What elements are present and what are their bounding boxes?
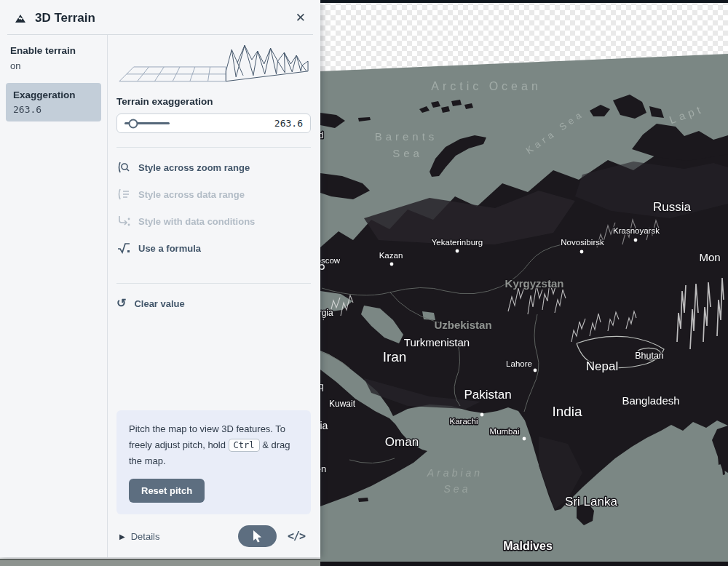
map-label-bhutan: Bhutan [635, 351, 664, 361]
exaggeration-slider[interactable]: 263.6 [116, 113, 311, 133]
clear-value-button[interactable]: ↺ Clear value [116, 298, 311, 309]
select-mode-button[interactable] [238, 525, 277, 547]
map-label-arabian-2: Sea [444, 483, 471, 495]
terrain-illustration [116, 42, 311, 86]
map-label-georgia: eorgia [320, 308, 333, 318]
undo-icon: ↺ [116, 298, 126, 309]
ctrl-key-badge: Ctrl [229, 439, 260, 452]
map-label-iran: Iran [383, 349, 407, 364]
terrain-panel: 3D Terrain ✕ Enable terrain on Exaggerat… [0, 0, 320, 557]
map-label-karachi: Karachi [450, 417, 478, 426]
prop-enable-terrain[interactable]: Enable terrain on [10, 45, 107, 71]
map-label-mumbai: Mumbai [490, 427, 520, 436]
slider-thumb[interactable] [129, 119, 138, 128]
map-label-yekaterinburg: Yekaterinburg [432, 238, 483, 247]
map-label-novosibirsk: Novosibirsk [561, 238, 604, 247]
divider [116, 283, 311, 284]
map-label-turkmenistan: Turkmenistan [404, 336, 470, 348]
map-label-arabian-1: Arabian [427, 467, 483, 479]
map-label-saudi: bia [320, 420, 328, 431]
map-label-yemen: en [320, 463, 326, 474]
panel-footer: ▶ Details </> [119, 525, 309, 547]
mountain-icon [13, 12, 28, 24]
panel-title: 3D Terrain [35, 11, 285, 25]
map-label-pakistan: Pakistan [464, 388, 511, 402]
map-label-maldives: Maldives [503, 540, 553, 552]
map-label-krasnoyarsk: Krasnoyarsk [613, 226, 660, 235]
pitch-hint-text: Pitch the map to view 3D features. To fr… [129, 421, 298, 469]
city-dot-karachi [480, 413, 484, 417]
map-label-moscow: Moscow [320, 256, 341, 265]
action-style-data-range: Style across data range [116, 188, 311, 200]
map-label-kyrgyzstan: Kyrgyzstan [505, 277, 564, 290]
data-range-icon [116, 188, 130, 200]
action-style-zoom-range[interactable]: Style across zoom range [116, 162, 311, 173]
slider-value: 263.6 [170, 118, 303, 129]
map-label-india: India [552, 404, 582, 419]
map-bottom-edge [320, 562, 728, 566]
panel-header: 3D Terrain ✕ [0, 0, 320, 34]
city-dot-krasnoyarsk [634, 239, 638, 242]
code-view-icon[interactable]: </> [288, 530, 305, 543]
map-label-lahore: Lahore [506, 359, 532, 368]
property-list: Enable terrain on Exaggeration 263.6 [0, 35, 108, 557]
cursor-icon [253, 530, 262, 543]
action-use-formula[interactable]: Use a formula [116, 242, 311, 254]
map-label-barents-1: Barents [375, 130, 438, 143]
pitch-hint: Pitch the map to view 3D features. To fr… [116, 410, 311, 514]
map-view[interactable]: Arctic Ocean Barents Sea Kara Sea Lapt A… [320, 0, 728, 566]
map-label-mongolia: Mon [699, 251, 720, 263]
studio-screen: Arctic Ocean Barents Sea Kara Sea Lapt A… [0, 0, 728, 566]
map-label-kazan: Kazan [379, 251, 403, 260]
map-label-iraq: q [320, 380, 324, 391]
close-icon[interactable]: ✕ [293, 9, 309, 27]
map-canvas: Arctic Ocean Barents Sea Kara Sea Lapt A… [320, 0, 728, 566]
exaggeration-field-label: Terrain exaggeration [116, 96, 311, 107]
map-label-barents-2: Sea [392, 147, 423, 159]
prop-exaggeration[interactable]: Exaggeration 263.6 [6, 83, 101, 121]
action-style-data-conditions: Style with data conditions [116, 215, 311, 227]
data-conditions-icon [116, 215, 130, 227]
map-label-oman: Oman [385, 435, 419, 449]
zoom-range-icon [116, 162, 130, 173]
details-toggle[interactable]: ▶ Details [119, 531, 159, 542]
map-label-sri-lanka: Sri Lanka [565, 495, 617, 509]
city-dot-novosibirsk [580, 250, 584, 254]
city-dot-kazan [390, 263, 394, 266]
bottom-map-strip [0, 559, 320, 566]
map-label-svalbard: d [320, 130, 323, 140]
map-label-arctic-ocean: Arctic Ocean [431, 80, 542, 92]
details-triangle-icon: ▶ [119, 533, 125, 541]
reset-pitch-button[interactable]: Reset pitch [129, 479, 205, 503]
map-label-nepal: Nepal [586, 359, 618, 373]
city-dot-mumbai [523, 437, 526, 441]
map-label-kuwait: Kuwait [329, 399, 356, 409]
map-label-uzbekistan: Uzbekistan [434, 319, 491, 331]
exaggeration-editor: Terrain exaggeration 263.6 Style across … [108, 35, 320, 557]
slider-track[interactable] [124, 122, 170, 124]
divider [116, 147, 311, 148]
city-dot-lahore [534, 369, 537, 372]
formula-icon [116, 242, 130, 254]
map-label-russia: Russia [653, 200, 692, 214]
city-dot-yekaterinburg [456, 250, 459, 253]
map-top-edge [320, 0, 728, 3]
map-label-bangladesh: Bangladesh [622, 394, 679, 407]
